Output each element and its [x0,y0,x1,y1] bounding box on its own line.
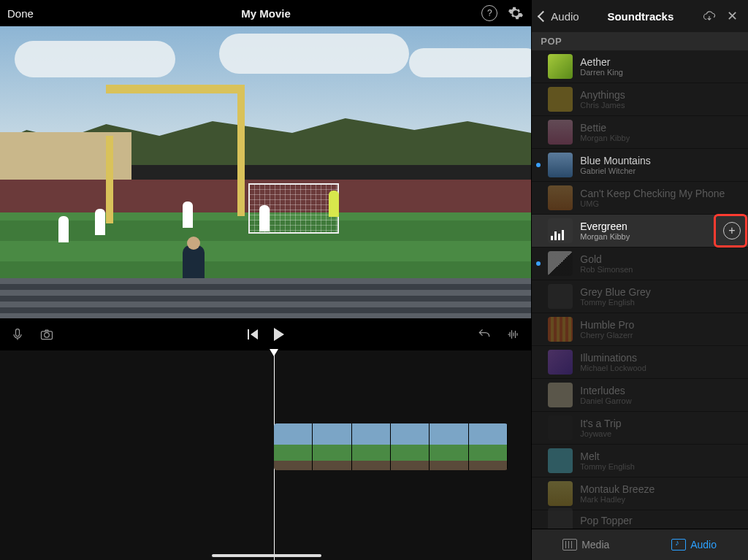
project-title: My Movie [0,7,532,20]
camera-icon[interactable] [39,327,54,342]
track-info: Blue MountainsGabriel Witcher [580,155,741,176]
track-info: InterludesDaniel Garrow [580,385,741,406]
track-info: MeltTommy English [580,450,741,472]
album-art [548,87,573,112]
now-playing-icon [551,230,564,240]
track-info: Pop Topper [580,515,741,526]
track-title: Pop Topper [580,515,741,526]
mic-icon[interactable] [10,327,25,342]
track-info: Montauk BreezeMark Hadley [580,483,741,505]
track-artist: Cherry Glazerr [580,331,741,340]
track-row[interactable]: IlluminationsMichael Lockwood [532,346,748,379]
album-art [548,120,573,145]
track-title: Bettie [580,122,741,134]
track-row[interactable]: InterludesDaniel Garrow [532,379,748,412]
track-title: Montauk Breeze [580,483,741,495]
track-row[interactable]: It's a TripJoywave [532,412,748,445]
track-info: Grey Blue GreyTommy English [580,286,741,307]
album-art [548,350,573,375]
track-row[interactable]: BettieMorgan Kibby [532,116,748,149]
back-button[interactable]: Audio [539,10,579,23]
track-row[interactable]: Can't Keep Checking My PhoneUMG [532,182,748,215]
album-art [548,54,573,79]
audio-panel-header: Audio Soundtracks ✕ [532,0,748,32]
svg-point-2 [45,333,50,338]
track-row[interactable]: EvergreenMorgan Kibby+ [532,215,748,248]
album-art [548,251,573,276]
svg-rect-0 [16,329,20,337]
track-info: AnythingsChris James [580,89,741,110]
album-art [548,508,573,529]
track-artist: Daniel Garrow [580,396,741,406]
track-title: Gold [580,253,741,265]
add-track-button[interactable]: + [723,222,741,239]
editor-topbar: Done My Movie ? [0,0,531,26]
album-art [548,448,573,473]
track-title: Grey Blue Grey [580,286,741,298]
track-artist: UMG [580,199,741,209]
track-row[interactable]: Montauk BreezeMark Hadley [532,477,748,510]
transport-toolbar [0,318,531,350]
audio-panel: Audio Soundtracks ✕ POP AetherDarren Kin… [531,0,748,560]
timeline-clip[interactable] [274,423,508,470]
track-row[interactable]: Humble ProCherry Glazerr [532,313,748,346]
home-indicator [212,554,321,557]
track-row[interactable]: Pop Topper [532,510,748,529]
track-row[interactable]: Grey Blue GreyTommy English [532,280,748,313]
track-title: Blue Mountains [580,155,741,166]
tab-audio[interactable]: Audio [640,529,748,560]
undo-icon[interactable] [477,327,492,342]
track-row[interactable]: MeltTommy English [532,445,748,477]
track-info: Can't Keep Checking My PhoneUMG [580,188,741,209]
video-preview[interactable] [0,26,531,318]
track-row[interactable]: AetherDarren King [532,50,748,83]
track-info: BettieMorgan Kibby [580,122,741,143]
track-artist: Tommy English [580,298,741,307]
album-art [548,153,573,177]
track-info: IlluminationsMichael Lockwood [580,352,741,373]
done-button[interactable]: Done [7,7,34,20]
cloud-download-icon[interactable] [702,9,717,23]
track-artist: Gabriel Witcher [580,166,741,176]
album-art [548,185,573,210]
track-artist: Darren King [580,68,741,77]
track-title: Evergreen [580,220,716,232]
chevron-left-icon [538,10,549,22]
track-info: EvergreenMorgan Kibby [580,220,716,242]
waveform-icon[interactable] [506,327,521,342]
track-title: Melt [580,450,741,462]
skip-back-icon[interactable] [248,329,259,340]
track-artist: Michael Lockwood [580,364,741,373]
close-icon[interactable]: ✕ [724,8,741,24]
album-art [548,218,573,243]
settings-icon[interactable] [508,5,524,21]
album-art [548,317,573,342]
track-artist: Morgan Kibby [580,232,716,242]
play-icon[interactable] [274,328,284,341]
track-info: Humble ProCherry Glazerr [580,319,741,340]
album-art [548,415,573,440]
track-artist: Tommy English [580,462,741,472]
help-icon[interactable]: ? [481,5,497,21]
album-art [548,383,573,407]
track-row[interactable]: GoldRob Simonsen [532,248,748,280]
track-row[interactable]: Blue MountainsGabriel Witcher [532,149,748,182]
media-icon [562,539,577,551]
section-header: POP [532,32,748,50]
track-info: GoldRob Simonsen [580,253,741,275]
in-use-dot [536,261,541,266]
timeline[interactable] [0,350,531,560]
track-title: It's a Trip [580,418,741,429]
tab-media[interactable]: Media [532,529,640,560]
track-info: It's a TripJoywave [580,418,741,439]
album-art [548,284,573,309]
editor-pane: Done My Movie ? [0,0,531,560]
bottom-tabs: Media Audio [532,529,748,560]
track-row[interactable]: AnythingsChris James [532,83,748,116]
track-title: Illuminations [580,352,741,364]
track-title: Aether [580,56,741,68]
panel-title: Soundtracks [587,10,695,23]
track-artist: Rob Simonsen [580,265,741,275]
track-title: Humble Pro [580,319,741,331]
track-list[interactable]: AetherDarren KingAnythingsChris JamesBet… [532,50,748,529]
